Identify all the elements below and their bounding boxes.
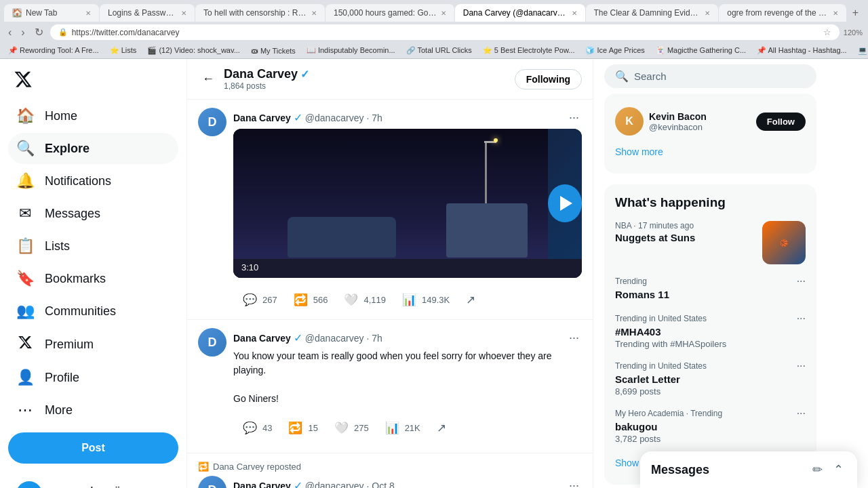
sidebar-item-label: Messages	[45, 207, 100, 221]
bookmark-indisputably[interactable]: 📖 Indisputably Becomin...	[304, 45, 398, 56]
messages-float[interactable]: Messages ✏ ⌃	[640, 451, 857, 488]
tweet-more-icon[interactable]: ···	[566, 108, 582, 127]
reply-action[interactable]: 💬 43	[233, 414, 279, 442]
trending-more-icon[interactable]: ···	[797, 407, 806, 420]
tab-new-tab[interactable]: 🏠 New Tab ✕	[4, 4, 99, 22]
sidebar-item-notifications[interactable]: 🔔 Notifications	[8, 165, 178, 197]
search-input[interactable]	[634, 70, 806, 82]
trending-item-bakugou[interactable]: My Hero Academia · Trending ··· bakugou …	[604, 402, 816, 449]
bookmark-ph[interactable]: 💻 PH-GTX1650-04G | Gr...	[855, 45, 868, 56]
sidebar-item-explore[interactable]: 🔍 Explore	[8, 133, 178, 164]
tab-ogre[interactable]: ogre from revenge of the nerd... ✕	[719, 4, 846, 22]
reload-button[interactable]: ↻	[32, 24, 46, 40]
tab-close-icon[interactable]: ✕	[181, 9, 186, 17]
messages-icon: ✉	[16, 205, 34, 222]
tweet-meta: Dana Carvey ✓ @danacarvey · 7h ···	[233, 328, 582, 348]
sidebar-item-home[interactable]: 🏠 Home	[8, 100, 178, 131]
reply-action[interactable]: 💬 267	[233, 286, 284, 314]
compose-icon[interactable]: ✏	[810, 460, 825, 480]
like-action[interactable]: 🤍 275	[325, 414, 376, 442]
tweet-actions: 💬 43 🔁 15 🤍 275 📊 21	[233, 411, 582, 445]
bookmark-lists[interactable]: ⭐ Lists	[107, 45, 140, 56]
trending-item-scarlet[interactable]: Trending in United States ··· Scarlet Le…	[604, 354, 816, 402]
tab-twitter-dana[interactable]: Dana Carvey (@danacarvey) / X ✕	[455, 4, 585, 22]
post-button[interactable]: Post	[8, 432, 178, 464]
tweet-more-icon[interactable]: ···	[566, 328, 582, 348]
play-button[interactable]	[548, 184, 583, 222]
retweet-action[interactable]: 🔁 15	[279, 414, 324, 442]
tab-favicon: 🏠	[12, 8, 22, 18]
profile-header: ← Dana Carvey ✓ 1,864 posts Following	[187, 59, 593, 100]
bookmark-video[interactable]: 🎬 (12) Video: shock_wav...	[144, 45, 243, 56]
bookmark-hashtag[interactable]: 📌 All Hashtag - Hashtag...	[754, 45, 850, 56]
tweet-video[interactable]: 3:10	[233, 129, 582, 278]
trending-posts: 3,782 posts	[615, 434, 806, 444]
tab-clear-evidence[interactable]: The Clear & Damning Evidence... ✕	[586, 4, 719, 22]
search-input-wrap[interactable]: 🔍	[604, 64, 816, 88]
tab-logins[interactable]: Logins & Passwords ✕	[100, 4, 195, 22]
share-action[interactable]: ↗	[427, 414, 456, 442]
tab-goodreads[interactable]: 150,000 hours gamed: GoodN... ✕	[326, 4, 454, 22]
share-action[interactable]: ↗	[456, 286, 485, 314]
bookmark-magic[interactable]: 🃏 Magicthe Gathering C...	[653, 45, 749, 56]
avatar: K	[615, 107, 644, 136]
star-icon[interactable]: ☆	[823, 27, 831, 37]
show-more-link[interactable]: Show more	[604, 138, 816, 165]
tweet-dot: ·	[366, 333, 369, 344]
trending-item-romans[interactable]: Trending ··· Romans 11	[604, 270, 816, 307]
trending-topic: bakugou	[615, 421, 806, 432]
bookmark-ice-age[interactable]: 🧊 Ice Age Prices	[583, 45, 647, 56]
reply-count: 267	[262, 295, 277, 305]
tab-close-icon[interactable]: ✕	[85, 9, 91, 17]
tweet-body: Dana Carvey ✓ @danacarvey · 7h ···	[233, 108, 582, 317]
back-nav-button[interactable]: ‹	[5, 25, 14, 40]
avatar: D	[198, 476, 226, 488]
sidebar-item-lists[interactable]: 📋 Lists	[8, 230, 178, 262]
verified-badge-icon: ✓	[300, 68, 309, 81]
bookmark-url-clicks[interactable]: 🔗 Total URL Clicks	[403, 45, 475, 56]
back-button[interactable]: ←	[198, 68, 218, 90]
follow-button[interactable]: Follow	[756, 113, 806, 131]
repost-text: Dana Carvey reposted	[213, 462, 301, 472]
profile-name-header: Dana Carvey ✓ 1,864 posts	[224, 67, 309, 91]
tab-rumble[interactable]: To hell with censorship : Rumb... ✕	[195, 4, 325, 22]
trending-more-icon[interactable]: ···	[797, 312, 806, 325]
trending-more-icon[interactable]: ···	[797, 275, 806, 287]
sidebar-item-premium[interactable]: Premium	[8, 328, 178, 361]
collapse-icon[interactable]: ⌃	[831, 460, 846, 480]
user-profile-row[interactable]: J www.goodnewsjim.... @JamesSager ...	[8, 476, 178, 488]
like-action[interactable]: 🤍 4,119	[334, 286, 393, 314]
bookmark-tickets[interactable]: 🎟 My Tickets	[248, 45, 298, 56]
address-bar[interactable]: 🔒 https://twitter.com/danacarvey ☆	[50, 24, 840, 40]
tab-close-icon[interactable]: ✕	[311, 9, 317, 17]
views-action[interactable]: 📊 21K	[376, 414, 427, 442]
retweet-action[interactable]: 🔁 566	[284, 286, 335, 314]
trending-item-nba[interactable]: NBA · 17 minutes ago Nuggets at Suns 🏀	[604, 216, 816, 270]
reply-icon: 💬	[240, 418, 260, 438]
user-info: www.goodnewsjim.... @JamesSager	[49, 485, 153, 489]
sidebar-item-profile[interactable]: 👤 Profile	[8, 362, 178, 393]
trending-item-mha[interactable]: Trending in United States ··· #MHA403 Tr…	[604, 307, 816, 354]
tweet-more-icon[interactable]: ···	[566, 476, 582, 488]
sidebar-item-more[interactable]: ⋯ More	[8, 394, 178, 426]
tab-close-icon[interactable]: ✕	[705, 9, 710, 17]
bookmark-rewording[interactable]: 📌 Rewording Tool: A Fre...	[5, 45, 102, 56]
main-content: 🏠 Home 🔍 Explore 🔔 Notifications ✉ Messa…	[0, 59, 868, 488]
tweet-actions: 💬 267 🔁 566 🤍 4,119 📊	[233, 283, 582, 317]
views-action[interactable]: 📊 149.3K	[393, 286, 456, 314]
sidebar-item-bookmarks[interactable]: 🔖 Bookmarks	[8, 263, 178, 294]
address-bar-row: ‹ › ↻ 🔒 https://twitter.com/danacarvey ☆…	[0, 22, 868, 43]
tweet-dot: ·	[366, 113, 369, 123]
sidebar-item-communities[interactable]: 👥 Communities	[8, 296, 178, 327]
trending-more-icon[interactable]: ···	[797, 360, 806, 372]
tab-close-icon[interactable]: ✕	[833, 9, 838, 17]
verified-badge-icon: ✓	[294, 111, 302, 124]
bookmark-electrolyte[interactable]: ⭐ 5 Best Electrolyte Pow...	[480, 45, 578, 56]
sidebar-item-messages[interactable]: ✉ Messages	[8, 198, 178, 229]
new-tab-button[interactable]: +	[847, 4, 864, 22]
tab-close-icon[interactable]: ✕	[441, 9, 446, 17]
sidebar-logo[interactable]	[8, 64, 178, 96]
following-button[interactable]: Following	[515, 69, 582, 89]
forward-nav-button[interactable]: ›	[18, 25, 27, 40]
tab-close-icon[interactable]: ✕	[572, 9, 577, 17]
